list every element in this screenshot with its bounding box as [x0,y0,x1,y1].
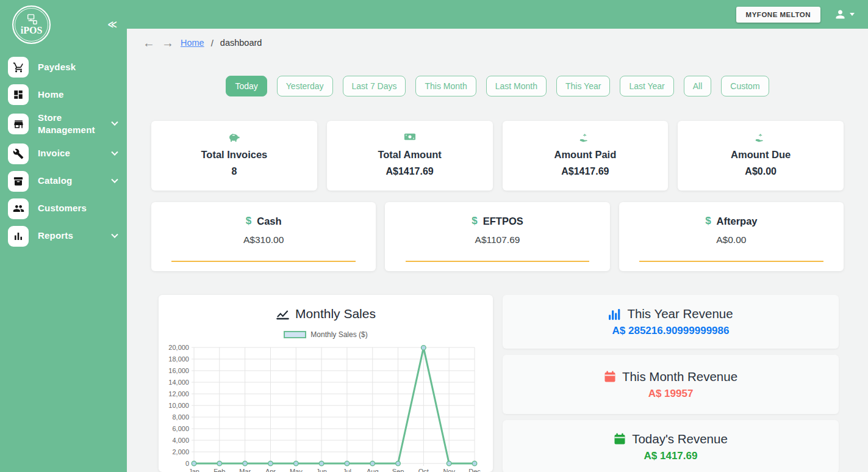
bar-chart-icon [608,308,621,321]
payment-title: Cash [257,216,281,227]
stat-title: Total Invoices [156,149,312,161]
todays-revenue-card: Today's Revenue A$ 1417.69 [503,420,839,472]
svg-text:Jun: Jun [316,468,327,472]
stat-value: A$1417.69 [332,166,488,177]
svg-text:14,000: 14,000 [168,379,189,386]
total-amount-card: Total Amount A$1417.69 [327,121,493,191]
filter-last-year-button[interactable]: Last Year [620,76,673,96]
breadcrumb-current: dashboard [220,38,262,48]
svg-text:Aug: Aug [367,468,379,472]
sidebar-item-store-management[interactable]: Store Management [0,110,127,139]
svg-text:0: 0 [185,460,189,467]
dollar-icon: $ [705,215,711,227]
piggy-bank-icon [156,133,312,143]
svg-text:Dec: Dec [468,468,481,472]
archive-icon [8,171,29,192]
breadcrumb-home-link[interactable]: Home [181,38,204,48]
payment-value: A$0.00 [633,234,830,245]
afterpay-card: $ Afterpay A$0.00 [619,202,844,271]
sidebar-item-label: Reports [38,230,103,242]
svg-text:6,000: 6,000 [172,425,189,432]
breadcrumb-separator: / [211,38,213,48]
filter-this-year-button[interactable]: This Year [556,76,610,96]
sidebar-collapse-button[interactable]: ≪ [107,19,116,30]
dollar-icon: $ [246,215,251,227]
sidebar-item-customers[interactable]: Customers [0,197,127,221]
dashboard-icon [8,84,29,105]
chart-line-icon [276,308,290,321]
chart-title: Monthly Sales [295,307,376,321]
filter-last-7-days-button[interactable]: Last 7 Days [343,76,406,96]
monthly-sales-card: Monthly Sales Monthly Sales ($) 02,0004,… [159,295,493,472]
cash-card: $ Cash A$310.00 [151,202,376,271]
users-icon [8,198,29,219]
sidebar-nav: Paydesk Home Store Management Invoice [0,55,127,249]
filter-today-button[interactable]: Today [226,76,267,96]
chart-legend: Monthly Sales ($) [159,330,493,339]
svg-text:10,000: 10,000 [168,402,189,409]
svg-text:16,000: 16,000 [168,367,189,374]
filter-custom-button[interactable]: Custom [721,76,769,96]
chevron-down-icon [111,148,118,155]
svg-text:4,000: 4,000 [172,437,189,444]
sidebar-item-label: Store Management [38,112,103,137]
cart-icon [8,57,29,78]
accent-underline [171,261,356,262]
hand-holding-usd-icon [508,133,664,143]
filter-all-button[interactable]: All [684,76,712,96]
sidebar-item-reports[interactable]: Reports [0,224,127,249]
filter-yesterday-button[interactable]: Yesterday [277,76,333,96]
svg-text:Sep: Sep [392,468,404,472]
stat-title: Total Amount [332,149,488,161]
user-icon [834,8,847,21]
sidebar-item-catalog[interactable]: Catalog [0,169,127,194]
main-content: ← → Home / dashboard Today Yesterday Las… [127,0,868,472]
ipos-logo: iPOS [12,5,51,44]
store-selector-button[interactable]: MYFONE MELTON [736,7,820,23]
sidebar-item-paydesk[interactable]: Paydesk [0,55,127,79]
stat-value: A$0.00 [683,166,839,177]
pos-terminal-icon [25,14,38,25]
chevron-down-icon [111,176,118,183]
svg-text:May: May [290,468,303,472]
svg-text:Jul: Jul [343,468,351,472]
accent-underline [639,261,823,262]
stat-title: Amount Due [683,149,839,161]
filter-last-month-button[interactable]: Last Month [486,76,547,96]
sidebar-item-label: Home [38,89,117,101]
revenue-cards-column: This Year Revenue A$ 285216.90999999986 … [503,295,839,472]
store-plus-icon [8,114,29,134]
forward-arrow-icon[interactable]: → [162,37,174,49]
sidebar-item-home[interactable]: Home [0,82,127,107]
svg-text:12,000: 12,000 [168,390,189,398]
svg-text:Nov: Nov [443,468,455,472]
amount-paid-card: Amount Paid A$1417.69 [503,121,669,191]
revenue-title: This Year Revenue [627,307,733,321]
legend-swatch [284,331,306,338]
this-year-revenue-card: This Year Revenue A$ 285216.90999999986 [503,295,839,349]
monthly-sales-chart: 02,0004,0006,0008,00010,00012,00014,0001… [159,343,493,472]
sidebar-item-label: Catalog [38,175,103,187]
sidebar-item-label: Invoice [38,147,103,159]
stats-row: Total Invoices 8 Total Amount A$1417.69 … [151,121,844,191]
svg-text:18,000: 18,000 [168,355,189,363]
back-arrow-icon[interactable]: ← [143,37,155,49]
user-menu-button[interactable] [834,8,855,21]
svg-text:Oct: Oct [418,468,429,472]
svg-text:20,000: 20,000 [168,344,189,351]
payment-value: A$1107.69 [398,234,596,245]
accent-underline [406,261,590,262]
sidebar: iPOS ≪ Paydesk Home Store Management [0,0,127,472]
stat-value: A$1417.69 [508,166,664,177]
bottom-section: Monthly Sales Monthly Sales ($) 02,0004,… [159,295,844,472]
chevron-down-icon [111,231,118,238]
bar-chart-icon [8,226,29,247]
sidebar-item-invoice[interactable]: Invoice [0,142,127,166]
revenue-title: This Month Revenue [622,369,737,384]
sidebar-item-label: Customers [38,202,117,214]
filter-this-month-button[interactable]: This Month [415,76,476,96]
revenue-title: Today's Revenue [632,432,728,446]
svg-text:Jan: Jan [188,468,199,472]
logo-text: iPOS [21,26,43,35]
stat-title: Amount Paid [508,149,664,161]
